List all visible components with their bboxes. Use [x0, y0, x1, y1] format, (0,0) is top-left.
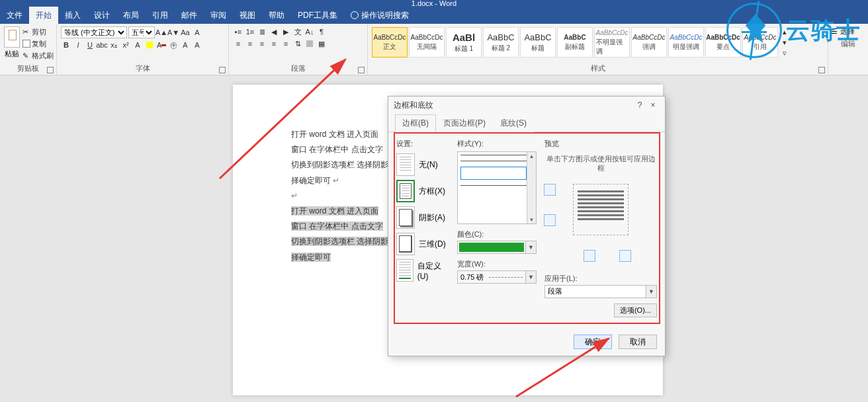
- sort-button[interactable]: A↓: [304, 26, 315, 37]
- phonetic-button[interactable]: ㊥: [168, 40, 179, 50]
- doc-line: 切换到阴影选项栏 选择阴影: [291, 160, 388, 169]
- clipboard-dialog-launcher[interactable]: [47, 67, 54, 73]
- show-marks-button[interactable]: ¶: [316, 26, 327, 37]
- increase-indent-button[interactable]: ▶: [281, 26, 291, 37]
- color-dropdown[interactable]: ▼: [457, 241, 537, 254]
- char-border-button[interactable]: A: [180, 40, 191, 50]
- dialog-help-button[interactable]: ?: [633, 100, 646, 110]
- scroll-down-icon[interactable]: ▼: [528, 216, 536, 223]
- font-name-select[interactable]: 等线 (中文正文): [61, 26, 127, 38]
- watermark-logo-icon: [726, 3, 782, 58]
- style-heading-1[interactable]: AaBl标题 1: [446, 27, 482, 58]
- tab-review[interactable]: 审阅: [204, 7, 233, 24]
- tab-design[interactable]: 设计: [87, 7, 116, 24]
- shading-button[interactable]: [304, 38, 315, 49]
- style-subtitle[interactable]: AaBbC副标题: [557, 27, 593, 58]
- style-heading-2[interactable]: AaBbC标题 2: [483, 27, 519, 58]
- superscript-button[interactable]: x²: [120, 40, 131, 50]
- tab-view[interactable]: 视图: [233, 7, 262, 24]
- align-left-button[interactable]: ≡: [233, 38, 243, 49]
- border-bottom-button[interactable]: [584, 250, 595, 262]
- chevron-down-icon: ▼: [525, 241, 536, 253]
- setting-label: 设置:: [396, 139, 449, 149]
- setting-box[interactable]: 方框(X): [396, 178, 449, 204]
- styles-dialog-launcher[interactable]: [818, 67, 825, 73]
- styles-label: 样式: [368, 63, 828, 75]
- style-emphasis[interactable]: AaBbCcDc强调: [631, 27, 667, 58]
- tab-file[interactable]: 文件: [0, 7, 29, 24]
- subscript-button[interactable]: x₂: [108, 40, 119, 50]
- tab-help[interactable]: 帮助: [262, 7, 291, 24]
- style-scrollbar[interactable]: ▲ ▼: [527, 152, 536, 223]
- copy-icon: [22, 40, 30, 48]
- change-case-button[interactable]: Aa: [180, 27, 191, 38]
- font-size-select[interactable]: 五号: [128, 26, 155, 38]
- tab-layout[interactable]: 布局: [116, 7, 146, 24]
- setting-custom[interactable]: 自定义(U): [396, 257, 449, 284]
- style-subtle-emphasis[interactable]: AaBbCcDc不明显强调: [594, 27, 630, 58]
- text-effects-button[interactable]: A: [132, 40, 143, 50]
- tell-me[interactable]: 操作说明搜索: [344, 7, 415, 24]
- paragraph-dialog-launcher[interactable]: [358, 67, 365, 73]
- tab-home[interactable]: 开始: [29, 7, 58, 24]
- strikethrough-button[interactable]: abc: [97, 40, 107, 50]
- clear-format-button[interactable]: A: [192, 27, 202, 38]
- paragraph-mark-icon: ↵: [333, 176, 339, 185]
- dialog-close-button[interactable]: ×: [646, 100, 660, 110]
- bulb-icon: [351, 11, 359, 19]
- shrink-font-button[interactable]: A▼: [168, 27, 179, 38]
- width-dropdown[interactable]: 0.75 磅 ▼: [457, 270, 537, 284]
- cut-button[interactable]: 剪切: [22, 26, 54, 37]
- cancel-button[interactable]: 取消: [619, 335, 657, 349]
- doc-line: 打开 word 文档 进入页面: [291, 130, 378, 139]
- style-no-spacing[interactable]: AaBbCcDc无间隔: [409, 27, 445, 58]
- format-painter-button[interactable]: 格式刷: [22, 50, 54, 61]
- grow-font-button[interactable]: A▲: [156, 27, 167, 38]
- border-top-button[interactable]: [544, 184, 556, 196]
- style-listbox[interactable]: ▲ ▼: [457, 151, 537, 224]
- tab-borders[interactable]: 边框(B): [395, 114, 436, 132]
- border-right-button[interactable]: [619, 250, 631, 262]
- options-button[interactable]: 选项(O)...: [614, 303, 657, 317]
- format-painter-label: 格式刷: [32, 51, 54, 61]
- tab-insert[interactable]: 插入: [58, 7, 87, 24]
- font-color-button[interactable]: A: [156, 40, 167, 50]
- tab-mailings[interactable]: 邮件: [175, 7, 204, 24]
- style-intense-emphasis[interactable]: AaBbCcDc明显强调: [668, 27, 704, 58]
- setting-shadow[interactable]: 阴影(A): [396, 204, 449, 231]
- highlight-button[interactable]: [144, 40, 155, 50]
- borders-button[interactable]: ▦: [316, 38, 327, 49]
- group-font: 等线 (中文正文) 五号 A▲ A▼ Aa A B I U abc x₂ x² …: [57, 24, 229, 75]
- style-normal[interactable]: AaBbCcDc正文: [372, 27, 408, 58]
- numbering-button[interactable]: 1≡: [245, 26, 255, 37]
- decrease-indent-button[interactable]: ◀: [269, 26, 279, 37]
- style-title[interactable]: AaBbC标题: [520, 27, 556, 58]
- apply-to-dropdown[interactable]: 段落 ▼: [544, 285, 657, 298]
- scroll-up-icon[interactable]: ▲: [528, 152, 536, 160]
- paste-button[interactable]: 粘贴: [4, 26, 20, 59]
- setting-none[interactable]: 无(N): [396, 151, 449, 178]
- tab-page-borders[interactable]: 页面边框(P): [436, 114, 493, 132]
- border-left-button[interactable]: [544, 214, 556, 226]
- tab-pdf[interactable]: PDF工具集: [291, 7, 344, 24]
- bullets-button[interactable]: ▪≡: [233, 26, 243, 37]
- cut-label: 剪切: [32, 27, 46, 37]
- ok-button[interactable]: 确定: [574, 335, 612, 349]
- copy-button[interactable]: 复制: [22, 38, 54, 49]
- text-direction-button[interactable]: 文: [292, 26, 303, 37]
- distribute-button[interactable]: ≡: [281, 38, 291, 49]
- align-right-button[interactable]: ≡: [257, 38, 267, 49]
- tab-shading[interactable]: 底纹(S): [493, 114, 534, 132]
- font-dialog-launcher[interactable]: [219, 67, 226, 73]
- italic-button[interactable]: I: [73, 40, 83, 50]
- underline-button[interactable]: U: [85, 40, 95, 50]
- align-center-button[interactable]: ≡: [245, 38, 255, 49]
- line-spacing-button[interactable]: ⇅: [292, 38, 303, 49]
- tab-references[interactable]: 引用: [146, 7, 175, 24]
- multilevel-button[interactable]: ≣: [257, 26, 267, 37]
- justify-button[interactable]: ≡: [269, 38, 279, 49]
- char-shading-button[interactable]: A: [192, 40, 202, 50]
- dialog-titlebar[interactable]: 边框和底纹 ? ×: [388, 97, 665, 114]
- setting-3d[interactable]: 三维(D): [396, 231, 449, 257]
- bold-button[interactable]: B: [61, 40, 71, 50]
